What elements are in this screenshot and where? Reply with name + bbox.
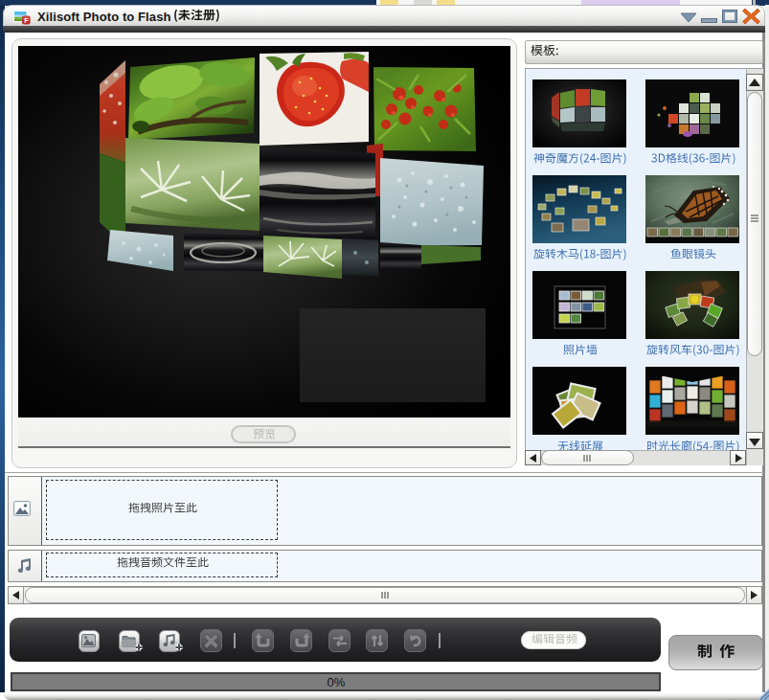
svg-text:F: F — [24, 17, 29, 24]
